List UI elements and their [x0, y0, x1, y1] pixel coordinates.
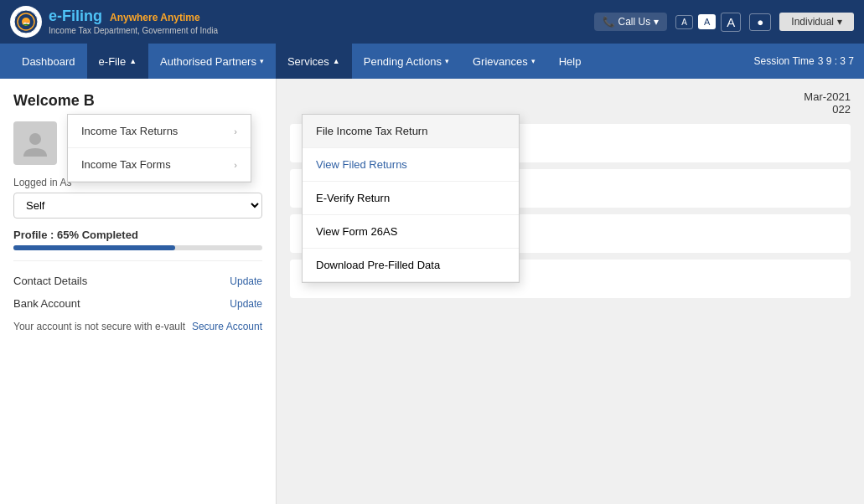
- avatar: [13, 121, 57, 165]
- efile-submenu: Income Tax Returns › Income Tax Forms ›: [67, 114, 251, 183]
- profile-actions: Contact Details Update Bank Account Upda…: [13, 260, 262, 339]
- main-content: Welcome B Logged in As Self Profile : 65…: [0, 79, 864, 504]
- session-time: Session Time 3 9 : 3 7: [754, 55, 854, 67]
- secure-account-link[interactable]: Secure Account: [192, 321, 262, 332]
- logo-area: 🇮🇳 e-Filing Anywhere Anytime Income Tax …: [10, 6, 218, 38]
- nav-help[interactable]: Help: [547, 44, 593, 79]
- pending-arrow-icon: ▾: [445, 57, 449, 65]
- font-large-button[interactable]: A: [721, 13, 741, 32]
- income-tax-returns-arrow-icon: ›: [234, 126, 237, 136]
- nav-pending-actions[interactable]: Pending Actions ▾: [352, 44, 461, 79]
- nav-grievances[interactable]: Grievances ▾: [461, 44, 547, 79]
- services-dropdown: File Income Tax Return View Filed Return…: [302, 114, 520, 283]
- font-controls: A A A: [675, 13, 741, 32]
- submenu-income-tax-forms[interactable]: Income Tax Forms ›: [68, 148, 251, 182]
- submenu-income-tax-returns[interactable]: Income Tax Returns ›: [68, 115, 251, 148]
- nav-dashboard[interactable]: Dashboard: [10, 44, 87, 79]
- logo-text: e-Filing Anywhere Anytime Income Tax Dep…: [49, 8, 218, 36]
- security-note: Your account is not secure with e-vault: [13, 320, 185, 334]
- svg-point-4: [29, 133, 41, 145]
- services-arrow-icon: ▲: [333, 57, 340, 65]
- top-right-controls: 📞 Call Us ▾ A A A ● Individual ▾: [594, 13, 854, 32]
- nav-services[interactable]: Services ▲: [276, 44, 352, 79]
- efile-arrow-icon: ▲: [129, 57, 137, 65]
- logo-subtitle: Income Tax Department, Government of Ind…: [49, 26, 218, 36]
- phone-icon: 📞: [603, 16, 615, 28]
- date-info: Mar-2021 022: [290, 90, 851, 116]
- date-line1: Mar-2021: [290, 90, 851, 103]
- logged-in-as-select[interactable]: Self: [13, 193, 262, 219]
- bank-account-update-link[interactable]: Update: [230, 298, 262, 310]
- profile-completion-label: Profile : 65% Completed: [13, 229, 262, 241]
- security-row: Your account is not secure with e-vault …: [13, 315, 262, 339]
- efiling-brand: e-Filing Anywhere Anytime: [49, 8, 218, 26]
- bank-account-row: Bank Account Update: [13, 292, 262, 315]
- svg-text:🇮🇳: 🇮🇳: [23, 20, 30, 27]
- services-file-itr[interactable]: File Income Tax Return: [303, 115, 519, 148]
- contact-details-label: Contact Details: [13, 275, 87, 287]
- contact-details-update-link[interactable]: Update: [230, 275, 262, 287]
- income-tax-forms-label: Income Tax Forms: [81, 158, 171, 171]
- auth-partners-arrow-icon: ▾: [260, 57, 264, 65]
- services-everify[interactable]: E-Verify Return: [303, 182, 519, 215]
- welcome-text: Welcome B: [13, 92, 262, 110]
- top-bar: 🇮🇳 e-Filing Anywhere Anytime Income Tax …: [0, 0, 864, 44]
- income-tax-forms-arrow-icon: ›: [234, 160, 237, 170]
- font-small-button[interactable]: A: [675, 15, 693, 29]
- services-form26as[interactable]: View Form 26AS: [303, 215, 519, 249]
- bank-account-label: Bank Account: [13, 297, 80, 310]
- nav-bar: Dashboard e-File ▲ Authorised Partners ▾…: [0, 44, 864, 79]
- avatar-icon: [20, 128, 50, 158]
- contact-details-row: Contact Details Update: [13, 270, 262, 292]
- user-badge: Individual ▾: [779, 13, 854, 31]
- services-download-prefilled[interactable]: Download Pre-Filled Data: [303, 249, 519, 282]
- font-medium-button[interactable]: A: [698, 14, 716, 29]
- nav-efile[interactable]: e-File ▲: [87, 44, 148, 79]
- progress-bar-background: [13, 245, 262, 250]
- income-tax-returns-label: Income Tax Returns: [81, 125, 178, 137]
- contrast-button[interactable]: ●: [749, 13, 771, 31]
- call-us-button[interactable]: 📞 Call Us ▾: [594, 13, 668, 31]
- grievances-arrow-icon: ▾: [531, 57, 535, 65]
- nav-authorised-partners[interactable]: Authorised Partners ▾: [148, 44, 276, 79]
- emblem-icon: 🇮🇳: [10, 6, 42, 38]
- progress-bar-fill: [13, 245, 175, 250]
- services-view-filed[interactable]: View Filed Returns: [303, 148, 519, 182]
